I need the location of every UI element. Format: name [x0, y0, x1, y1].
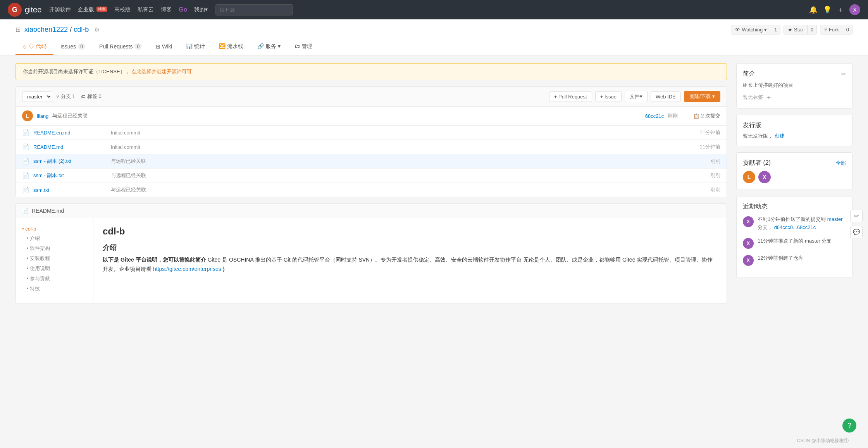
enterprise-badge: 特惠: [96, 7, 107, 12]
nav-university[interactable]: 高校版: [114, 6, 131, 13]
contributor-avatar-l[interactable]: L: [743, 171, 755, 183]
user-avatar[interactable]: X: [849, 4, 860, 15]
tab-pull-requests[interactable]: Pull Requests 0: [92, 39, 149, 55]
contributor-avatar-x[interactable]: X: [758, 171, 771, 183]
star-button[interactable]: ★ Star: [784, 25, 807, 34]
side-actions: ✏ 💬: [850, 210, 863, 238]
file-time: 11分钟前: [700, 129, 720, 136]
nav-bar: G gitee 开源软件 企业版 特惠 高校版 私有云 博客 Go 我的▾ 🔔 …: [0, 0, 868, 19]
help-button[interactable]: ?: [842, 419, 856, 432]
code-icon: ◇: [22, 43, 27, 50]
lightbulb-icon[interactable]: 💡: [823, 5, 832, 14]
toc-item-contribute[interactable]: • 参与贡献: [27, 275, 87, 282]
file-section: master ⑂ 分支 1 🏷 标签 0 + Pull Request + Is…: [16, 86, 727, 197]
issues-badge: 0: [78, 43, 85, 50]
sidebar-contributors: 贡献者 (2) 全部 L X: [736, 152, 852, 190]
file-icon: 📄: [22, 143, 29, 150]
star-count[interactable]: 0: [807, 25, 816, 34]
tag-icon: 🏷: [81, 94, 86, 100]
branch-info: ⑂ 分支 1 🏷 标签 0: [56, 93, 102, 100]
contributors-all-link[interactable]: 全部: [836, 160, 846, 167]
commit-count-icon: 📋: [693, 113, 699, 119]
prs-badge: 0: [134, 43, 142, 50]
file-icon: 📄: [22, 129, 29, 136]
file-icon: 📄: [22, 158, 29, 165]
bell-icon[interactable]: 🔔: [809, 5, 818, 14]
nav-search-container: [215, 4, 293, 16]
eye-icon: 👁: [735, 27, 740, 33]
tags-count[interactable]: 🏷 标签 0: [81, 93, 102, 100]
branch-select[interactable]: master: [22, 91, 52, 102]
tab-wiki[interactable]: ⊞ Wiki: [149, 39, 179, 55]
tags-add-icon[interactable]: ＋: [765, 93, 772, 102]
repo-title: xiaochen1222 / cdl-b: [24, 26, 89, 34]
nav-mine[interactable]: 我的▾: [194, 6, 208, 13]
toc-item-install[interactable]: • 安装教程: [27, 255, 87, 262]
file-name-link[interactable]: ssm.txt: [33, 187, 111, 193]
tab-stats[interactable]: 📊 统计: [179, 39, 212, 55]
nav-icons: 🔔 💡 ＋ X: [809, 4, 860, 15]
commit-author-link[interactable]: lilang: [37, 113, 48, 119]
sidebar-no-release: 暂无发行版， 创建: [743, 133, 846, 140]
nav-enterprise[interactable]: 企业版 特惠: [78, 6, 107, 13]
toc-item-intro[interactable]: • 介绍: [27, 235, 87, 242]
license-alert-link[interactable]: 点此选择并创建开源许可可: [131, 69, 192, 74]
repo-settings-icon[interactable]: ⚙: [94, 26, 100, 33]
nav-go[interactable]: Go: [179, 6, 187, 13]
commit-hash-link[interactable]: 68cc21c: [645, 113, 664, 119]
file-commit-msg: 与远程已经关联: [111, 172, 710, 179]
pull-request-button[interactable]: + Pull Request: [549, 91, 592, 102]
nav-logo[interactable]: G gitee: [8, 3, 41, 17]
watch-button[interactable]: 👁 Watching ▾: [731, 25, 771, 34]
branches-count[interactable]: ⑂ 分支 1: [56, 93, 75, 100]
toc-item-tricks[interactable]: • 特技: [27, 285, 87, 292]
nav-links: 开源软件 企业版 特惠 高校版 私有云 博客 Go 我的▾: [49, 6, 208, 13]
issue-button[interactable]: + Issue: [595, 91, 622, 102]
nav-logo-text: gitee: [25, 5, 41, 14]
tab-code[interactable]: ◇ ◇ 代码: [16, 39, 53, 55]
file-name-link[interactable]: README.md: [33, 144, 111, 150]
tab-manage[interactable]: 🗂 管理: [288, 39, 319, 55]
tab-services[interactable]: 🔗 服务 ▾: [250, 39, 288, 55]
file-time: 刚刚: [710, 158, 720, 165]
fork-button[interactable]: ⑂ Fork: [820, 25, 843, 34]
toc-item-usage[interactable]: • 使用说明: [27, 265, 87, 272]
watch-count[interactable]: 1: [771, 25, 780, 34]
nav-blog[interactable]: 博客: [161, 6, 172, 13]
toc-item-arch[interactable]: • 软件架构: [27, 245, 87, 252]
tab-pipeline[interactable]: 🔀 流水线: [212, 39, 250, 55]
fork-count[interactable]: 0: [843, 25, 852, 34]
intro-edit-icon[interactable]: ✏: [841, 71, 846, 77]
file-icon: 📄: [22, 172, 29, 179]
file-name-link[interactable]: ssm - 副本 (2).txt: [33, 158, 111, 165]
nav-open-source[interactable]: 开源软件: [49, 6, 71, 13]
file-name-link[interactable]: README.en.md: [33, 130, 111, 136]
repo-name-link[interactable]: cdl-b: [74, 26, 89, 33]
activity-item: X 12分钟前创建了仓库: [743, 254, 846, 266]
license-alert: 你当前开源项目尚未选择许可证（LICENSE）， 点此选择并创建开源许可可: [16, 63, 727, 80]
clone-button[interactable]: 克隆/下载 ▾: [684, 91, 720, 102]
activity-branch-link[interactable]: master: [827, 216, 843, 222]
file-name-link[interactable]: ssm - 副本.txt: [33, 172, 111, 179]
side-edit-button[interactable]: ✏: [850, 210, 863, 222]
activity-text: 12分钟前创建了仓库: [758, 254, 803, 262]
file-time: 11分钟前: [700, 143, 720, 150]
repo-owner-link[interactable]: xiaochen1222: [24, 26, 68, 33]
repo-tabs: ◇ ◇ 代码 Issues 0 Pull Requests 0 ⊞ Wiki 📊…: [16, 39, 852, 55]
nav-private-cloud[interactable]: 私有云: [138, 6, 154, 13]
create-release-link[interactable]: 创建: [775, 133, 785, 139]
sidebar-releases-title: 发行版: [743, 121, 846, 129]
file-button[interactable]: 文件▾: [625, 91, 648, 102]
search-input[interactable]: [215, 4, 293, 16]
fork-label: ⑂ Fork: [824, 27, 839, 33]
tab-issues[interactable]: Issues 0: [53, 39, 92, 55]
readme-title: cdl-b: [103, 226, 717, 237]
toc-item-root[interactable]: • cdl-b: [22, 226, 87, 232]
side-chat-button[interactable]: 💬: [850, 226, 863, 238]
readme-intro-link[interactable]: https://gitee.com/enterprises: [153, 266, 221, 272]
plus-icon[interactable]: ＋: [837, 5, 844, 14]
commit-time: 刚刚: [668, 112, 678, 119]
webide-button[interactable]: Web IDE: [651, 91, 681, 102]
readme-intro-suffix: }: [223, 266, 225, 272]
activity-commit-link[interactable]: d64ccc0...68cc21c: [774, 224, 816, 230]
